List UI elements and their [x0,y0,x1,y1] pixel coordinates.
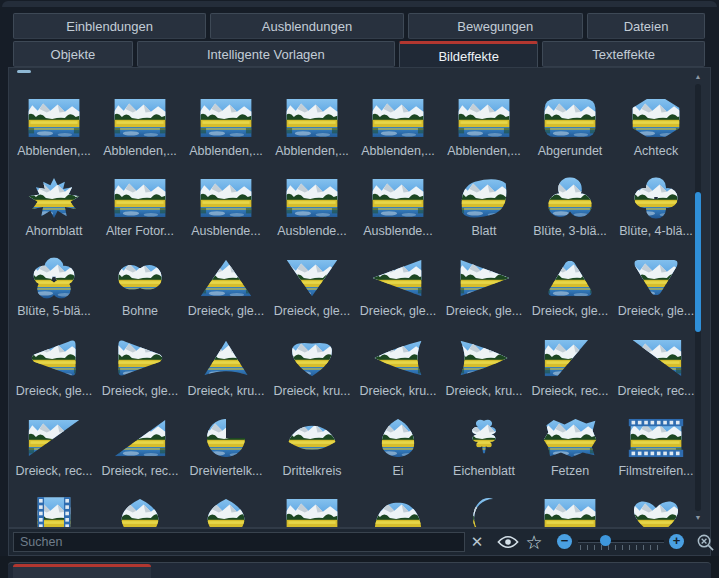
effect-item[interactable]: Blüte, 3-blä... [527,160,613,240]
thumbnail-size-slider[interactable] [578,533,664,551]
reset-zoom-icon[interactable] [693,529,717,555]
tab-ausblendungen[interactable]: Ausblendungen [210,13,403,39]
effect-label: Dreieck, kru... [359,383,436,400]
effect-item[interactable]: Abblenden,... [441,80,527,160]
effect-label: Dreieck, gle... [102,383,178,400]
effect-item[interactable] [183,480,269,527]
effect-item[interactable]: Bohne [97,240,183,320]
effect-thumbnail-image [369,496,427,527]
effect-item[interactable]: Drittelkreis [269,400,355,480]
window-top-edge [2,1,717,7]
scroll-down-icon[interactable]: ▼ [692,513,704,523]
effect-item[interactable]: Abblenden,... [97,80,183,160]
effect-item[interactable]: Dreieck, kru... [355,320,441,400]
effect-item[interactable]: Dreieck, gle... [355,240,441,320]
effect-item[interactable]: Ausblende... [269,160,355,240]
effect-thumbnail-image [455,176,513,220]
effect-thumbnail-image [627,176,685,220]
scroll-up-icon[interactable]: ▲ [692,72,704,82]
effect-label: Blüte, 4-blä... [619,223,693,240]
lower-panel-active-tab[interactable] [13,564,151,578]
effect-item[interactable]: Ei [355,400,441,480]
slider-ticks [580,545,662,550]
effect-thumbnail-image [197,416,255,460]
effect-label: Bohne [122,303,158,320]
scrollbar-track[interactable] [695,84,701,511]
effect-item[interactable]: Ahornblatt [11,160,97,240]
zoom-in-button[interactable]: + [669,534,684,549]
search-input[interactable] [13,532,465,552]
effect-item[interactable]: Dreieck, kru... [269,320,355,400]
effect-item[interactable]: Alter Fotor... [97,160,183,240]
effect-item[interactable]: Ausblende... [183,160,269,240]
effect-item[interactable]: Abblenden,... [11,80,97,160]
effect-item[interactable]: Blüte, 4-blä... [613,160,699,240]
effect-item[interactable]: Dreieck, gle... [441,240,527,320]
effect-item[interactable]: Abblenden,... [183,80,269,160]
vertical-scrollbar[interactable]: ▲ ▼ [692,70,704,525]
effect-thumbnail-image [197,496,255,527]
effect-thumbnail-image [111,496,169,527]
effect-item[interactable]: Dreieck, gle... [183,240,269,320]
tab-intelligente-vorlagen[interactable]: Intelligente Vorlagen [137,41,395,67]
effect-item[interactable]: Abgerundet [527,80,613,160]
tab-objekte[interactable]: Objekte [13,41,133,67]
effect-thumbnail-image [455,336,513,380]
effect-thumbnail-image [25,256,83,300]
tab-texteffekte[interactable]: Texteffekte [542,41,705,67]
effect-item[interactable] [527,480,613,527]
effect-label: Ausblende... [191,223,261,240]
effect-label: Dreieck, gle... [188,303,264,320]
effect-thumbnail-image [541,496,599,527]
effect-item[interactable]: Dreieck, gle... [527,240,613,320]
tab-label: Texteffekte [592,47,655,62]
effect-item[interactable]: Abblenden,... [269,80,355,160]
effect-item[interactable]: Dreiviertelk... [183,400,269,480]
effect-item[interactable]: Abblenden,... [355,80,441,160]
effect-item[interactable]: Dreieck, gle... [11,320,97,400]
effect-item[interactable]: Dreieck, rec... [11,400,97,480]
tab-bewegungen[interactable]: Bewegungen [408,13,583,39]
zoom-out-button[interactable]: − [557,534,572,549]
effect-thumbnail-image [627,96,685,140]
effect-label: Blüte, 5-blä... [17,303,91,320]
effect-item[interactable] [355,480,441,527]
clear-search-icon[interactable]: ✕ [467,529,487,555]
effect-item[interactable]: Blüte, 5-blä... [11,240,97,320]
effect-thumbnail-image [627,416,685,460]
effect-item[interactable]: Eichenblatt [441,400,527,480]
preview-eye-icon[interactable] [495,529,521,555]
effect-thumbnail-image [283,336,341,380]
effect-item[interactable]: Dreieck, rec... [97,400,183,480]
scrollbar-thumb[interactable] [695,192,701,332]
effect-item[interactable]: Achteck [613,80,699,160]
effect-item[interactable]: Ausblende... [355,160,441,240]
effect-item[interactable] [97,480,183,527]
effect-item[interactable]: Blatt [441,160,527,240]
effect-thumbnail-image [111,336,169,380]
effect-item[interactable] [11,480,97,527]
effect-item[interactable]: Dreieck, kru... [183,320,269,400]
effect-thumbnail-image [455,416,513,460]
effect-item[interactable]: Dreieck, gle... [97,320,183,400]
effect-item[interactable] [613,480,699,527]
effect-label: Dreieck, gle... [16,383,92,400]
effect-item[interactable]: Dreieck, rec... [527,320,613,400]
effect-thumbnail-image [369,176,427,220]
effects-content: Abblenden,... Abblenden,... Abblenden,..… [8,67,711,528]
tab-bildeffekte[interactable]: Bildeffekte [399,41,538,69]
effect-item[interactable]: Dreieck, rec... [613,320,699,400]
effect-item[interactable]: Dreieck, kru... [441,320,527,400]
effect-label: Abblenden,... [189,143,263,160]
effect-item[interactable] [269,480,355,527]
effect-label: Ausblende... [363,223,433,240]
effect-item[interactable]: Fetzen [527,400,613,480]
tab-dateien[interactable]: Dateien [587,13,705,39]
effect-thumbnail-image [25,496,83,527]
effect-item[interactable]: Dreieck, gle... [613,240,699,320]
favorites-star-icon[interactable]: ☆ [523,529,545,557]
effect-item[interactable]: Dreieck, gle... [269,240,355,320]
tab-einblendungen[interactable]: Einblendungen [13,13,206,39]
effect-item[interactable] [441,480,527,527]
effect-item[interactable]: Filmstreifen... [613,400,699,480]
